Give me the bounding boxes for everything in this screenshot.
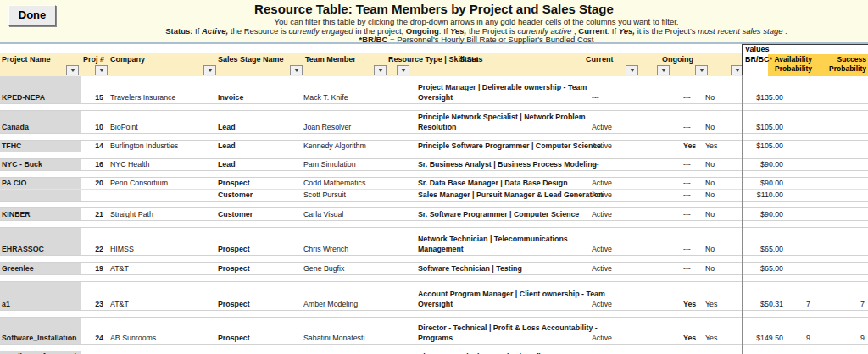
brbc-header-label: BR/BC* [745,55,772,64]
table-subrow: NYC - Buck16NYC HealthLeadPam Simulation… [0,159,868,170]
instructions: You can filter this table by clicking th… [85,18,868,45]
success-probability [831,102,868,103]
row-spacer [0,345,868,351]
filter-dropdown-status[interactable] [626,65,638,75]
filter-dropdown-resource-type[interactable] [397,65,409,75]
chevron-down-icon [661,69,666,72]
company: Travelers Insurance [107,92,214,103]
resource-type-skillset: Sales Manager | Pursuit Manager & Lead G… [415,190,585,201]
filter-dropdown-team-member[interactable] [374,65,387,75]
project-name: Greenlee [0,263,81,274]
row-spacer [0,256,868,263]
team-member: Scott Pursuit [298,190,386,201]
sales-stage: Customer [214,209,298,220]
column-header-stage: Sales Stage Name [214,53,298,66]
chevron-down-icon [378,69,383,72]
current: --- [659,190,697,201]
filter-dropdown-ongoing[interactable] [695,65,708,75]
row-spacer [0,202,868,208]
table-subrow: KINBER21Straight PathCustomerCarla Visua… [0,208,868,220]
table-row: a123AT&TProspectAmber ModelingAccount Pr… [0,282,868,311]
success-probability-header: Success Probability [829,55,866,74]
status: --- [585,92,659,103]
ongoing: Yes [697,299,742,310]
table-row: Software_Installation24AB SunroomsProspe… [0,318,868,345]
project-name: a1 [0,299,81,310]
row-spacer [0,311,868,318]
table-subrow: Software_Installation24AB SunroomsProspe… [0,318,868,344]
company: NYC Health [107,159,214,170]
team-member: Kennedy Algorithm [298,141,386,152]
row-spacer [0,134,868,141]
status: --- [585,159,659,170]
chevron-down-icon [401,69,406,72]
filter-dropdown-proj-num[interactable] [95,65,108,75]
chevron-down-icon [630,69,635,72]
brbc-value: $105.00 [742,141,790,152]
success-probability [831,274,868,274]
column-header-num: Proj # [81,53,107,66]
resource-type-skillset: Network Technician | Telecommunications … [415,234,585,255]
row-spacer [0,104,868,111]
sales-stage: Lead [214,141,298,152]
ongoing: Yes [697,141,742,152]
availability-probability [790,169,831,170]
brbc-value: $135.00 [742,92,790,103]
company: BioPoint [107,122,214,133]
chevron-down-icon [208,69,213,72]
project-name: Software_Installation [0,333,81,344]
resource-type-skillset: Sr. Business Analyst | Business Process … [415,159,585,170]
team-member: Amber Modeling [298,299,386,310]
chevron-down-icon [699,69,704,72]
availability-probability [790,219,831,220]
current: --- [659,244,697,255]
table-subrow: TFHC14Burlington IndusrtiesLeadKennedy A… [0,141,868,152]
filter-dropdown-sales-stage[interactable] [290,65,303,75]
resource-type-skillset: Sr. Software Programmer | Computer Scien… [415,209,585,220]
current: --- [659,122,697,133]
brbc-value: $65.00 [742,244,790,255]
project-name: TFHC [0,141,81,152]
sales-stage: Prospect [214,299,298,310]
status: Active [585,333,659,344]
availability-probability-header: Availability Probability [774,55,812,74]
filter-dropdown-company[interactable] [203,65,216,75]
filter-dropdown-project[interactable] [66,65,79,75]
table-row: NYC - Buck16NYC HealthLeadPam Simulation… [0,159,868,171]
status: Active [585,209,659,220]
availability-probability: 7 [790,299,831,310]
sales-stage: Prospect [214,263,298,274]
column-header-member: Team Member [298,53,386,66]
table-subrow: Canada10BioPointLeadJoan ResolverPrincip… [0,111,868,133]
success-probability [831,151,868,152]
availability-probability [790,132,831,133]
availability-probability: 9 [790,333,831,344]
project-name: NYC - Buck [0,159,81,170]
resource-type-skillset: Software Technician | Testing [415,263,585,274]
project-number: 20 [81,178,107,189]
current: Yes [659,333,697,344]
team-member: Joan Resolver [298,122,386,133]
project-number: 15 [81,92,107,103]
table-row: Greenlee19AT&TProspectGene BugfixSoftwar… [0,263,868,275]
sales-stage: Lead [214,122,298,133]
status: Active [585,141,659,152]
top-banner: Done Resource Table: Team Members by Pro… [0,0,868,44]
sales-stage: Customer [214,190,298,201]
current: --- [659,209,697,220]
team-member: Gene Bugfix [298,263,386,274]
chevron-down-icon [99,69,104,72]
row-spacer [0,275,868,282]
project-name: KPED-NEPA [0,92,81,103]
availability-probability [790,151,831,152]
project-number: 21 [81,209,107,220]
brbc-value: $105.00 [742,122,790,133]
values-header-label: Values [745,45,770,53]
filter-dropdown-current[interactable] [657,65,670,75]
current: --- [659,263,697,274]
page-title: Resource Table: Team Members by Project … [0,2,868,16]
table-subrow: a123AT&TProspectAmber ModelingAccount Pr… [0,282,868,310]
table-subrow: Greenlee19AT&TProspectGene BugfixSoftwar… [0,263,868,274]
table-subrow: EHRASSOC22HIMSSProspectChris WrenchNetwo… [0,228,868,255]
brbc-value: $90.00 [742,178,790,189]
